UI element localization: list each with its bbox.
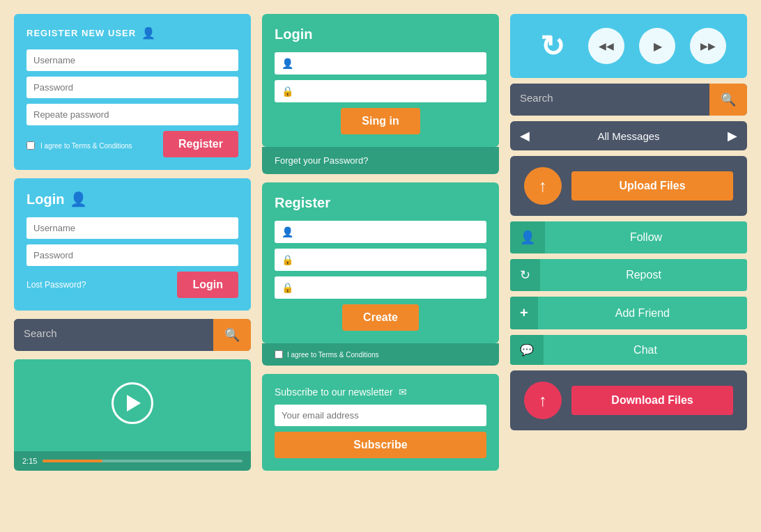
email-input[interactable] xyxy=(282,410,479,421)
login-username-input[interactable] xyxy=(33,223,231,233)
search-placeholder-text: Search xyxy=(24,327,57,339)
login-lock-icon: 🔒 xyxy=(282,86,293,97)
register-card: REGISTER NEW USER 👤 I agree to Terms & C… xyxy=(14,14,251,170)
register-teal-title: Register xyxy=(275,195,486,211)
search-bar: Search 🔍 xyxy=(14,319,251,351)
reg-pw-input[interactable] xyxy=(299,255,479,265)
register-title: REGISTER NEW USER 👤 xyxy=(26,26,238,40)
refresh-button[interactable]: ↻ xyxy=(532,25,574,67)
add-friend-icon-box: + xyxy=(510,297,538,329)
login-button[interactable]: Login xyxy=(177,272,238,298)
register-repeat-input[interactable] xyxy=(33,109,231,120)
login-teal-pw-input[interactable] xyxy=(299,86,479,97)
email-field[interactable] xyxy=(275,405,486,426)
play-button-ctrl[interactable]: ▶ xyxy=(639,28,675,64)
download-button[interactable]: Download Files xyxy=(571,386,733,415)
follow-icon: 👤 xyxy=(520,230,535,245)
messages-prev-button[interactable]: ◀ xyxy=(510,121,539,150)
add-friend-button[interactable]: + Add Friend xyxy=(510,297,747,329)
upload-button[interactable]: Upload Files xyxy=(571,171,733,201)
envelope-icon: ✉ xyxy=(399,386,407,398)
login-username-field[interactable] xyxy=(26,217,238,239)
upload-card: ↑ Upload Files xyxy=(510,156,747,216)
login-title: Login 👤 xyxy=(26,191,238,208)
login-teal-inner: Login 👤 🔒 Sing in xyxy=(262,14,499,147)
chat-label: Chat xyxy=(544,344,747,357)
subscribe-title: Subscribe to our newsletter ✉ xyxy=(275,386,486,398)
register-password-field[interactable] xyxy=(26,77,238,98)
play-triangle-icon xyxy=(127,395,141,412)
search-right-wrap: Search xyxy=(510,84,709,116)
login-user-icon2: 👤 xyxy=(282,58,293,69)
subscribe-title-text: Subscribe to our newsletter xyxy=(275,386,393,398)
forgot-password-bar: Forget your Password? xyxy=(262,147,499,174)
download-arrow-icon: ↑ xyxy=(539,391,547,410)
reg-user-icon: 👤 xyxy=(282,226,293,237)
register-repeat-field[interactable] xyxy=(26,104,238,125)
messages-nav: ◀ All Messages ▶ xyxy=(510,121,747,150)
search-bar-right: Search 🔍 xyxy=(510,84,747,116)
login-password-input[interactable] xyxy=(33,250,231,260)
video-card: 2:15 xyxy=(14,359,251,471)
video-progress-bar: 2:15 xyxy=(14,451,251,471)
follow-icon-box: 👤 xyxy=(510,221,545,253)
agree-row: I agree to Terms & Conditions xyxy=(26,141,132,150)
register-button[interactable]: Register xyxy=(163,131,238,157)
user-icon: 👤 xyxy=(141,26,156,40)
reg-pw-field[interactable]: 🔒 xyxy=(275,249,486,271)
create-button[interactable]: Create xyxy=(342,304,419,331)
login-teal-title-text: Login xyxy=(275,26,312,42)
rewind-icon: ◀◀ xyxy=(599,40,614,52)
play-button[interactable] xyxy=(112,382,153,424)
chat-button[interactable]: 💬 Chat xyxy=(510,335,747,365)
chat-icon-box: 💬 xyxy=(510,335,544,365)
reg-pw2-field[interactable]: 🔒 xyxy=(275,276,486,299)
login-user-icon: 👤 xyxy=(70,191,87,208)
messages-label: All Messages xyxy=(539,130,718,142)
media-controls-card: ↻ ◀◀ ▶ ▶▶ xyxy=(510,14,747,78)
login-teal-user-input[interactable] xyxy=(299,58,479,69)
register-username-input[interactable] xyxy=(33,55,231,65)
register-title-text: REGISTER NEW USER xyxy=(26,28,136,38)
login-teal-user-field[interactable]: 👤 xyxy=(275,52,486,75)
subscribe-button[interactable]: Subscribe xyxy=(275,432,486,458)
forgot-password-text: Forget your Password? xyxy=(275,155,368,166)
signin-button[interactable]: Sing in xyxy=(341,108,420,134)
register-password-input[interactable] xyxy=(33,82,231,93)
search-input-wrap: Search xyxy=(14,319,213,351)
login-password-field[interactable] xyxy=(26,244,238,266)
follow-label: Follow xyxy=(545,231,747,244)
repost-button[interactable]: ↻ Repost xyxy=(510,259,747,291)
repost-label: Repost xyxy=(540,269,747,281)
reg-user-field[interactable]: 👤 xyxy=(275,221,486,243)
add-friend-icon: + xyxy=(520,305,528,321)
agree-checkbox[interactable] xyxy=(26,141,35,150)
subscribe-card: Subscribe to our newsletter ✉ Subscribe xyxy=(262,374,499,471)
repost-icon-box: ↻ xyxy=(510,259,540,291)
reg-pw2-input[interactable] xyxy=(299,283,479,293)
login-teal-pw-field[interactable]: 🔒 xyxy=(275,80,486,102)
register-teal-title-text: Register xyxy=(275,195,330,211)
follow-button[interactable]: 👤 Follow xyxy=(510,221,747,253)
upload-arrow-icon: ↑ xyxy=(539,176,547,196)
agree-label: I agree to Terms & Conditions xyxy=(40,142,132,150)
download-icon: ↑ xyxy=(524,382,562,419)
reg-user-input[interactable] xyxy=(299,227,479,237)
progress-fill xyxy=(43,460,102,462)
reg-agree-checkbox[interactable] xyxy=(275,350,283,359)
chat-icon: 💬 xyxy=(520,343,534,357)
repost-icon: ↻ xyxy=(520,267,530,283)
search-right-button[interactable]: 🔍 xyxy=(709,84,747,116)
reg-lock-icon2: 🔒 xyxy=(282,282,293,293)
add-friend-label: Add Friend xyxy=(538,307,747,320)
messages-next-button[interactable]: ▶ xyxy=(718,121,747,150)
search-right-placeholder: Search xyxy=(520,92,553,104)
login-card-blue: Login 👤 Lost Password? Login xyxy=(14,178,251,311)
reg-agree-label: I agree to Terms & Conditions xyxy=(287,351,379,359)
rewind-button[interactable]: ◀◀ xyxy=(588,28,624,64)
video-time: 2:15 xyxy=(22,457,37,465)
register-username-field[interactable] xyxy=(26,49,238,71)
login-bottom-row: Lost Password? Login xyxy=(26,272,238,298)
search-button[interactable]: 🔍 xyxy=(213,319,251,351)
forward-button[interactable]: ▶▶ xyxy=(690,28,726,64)
